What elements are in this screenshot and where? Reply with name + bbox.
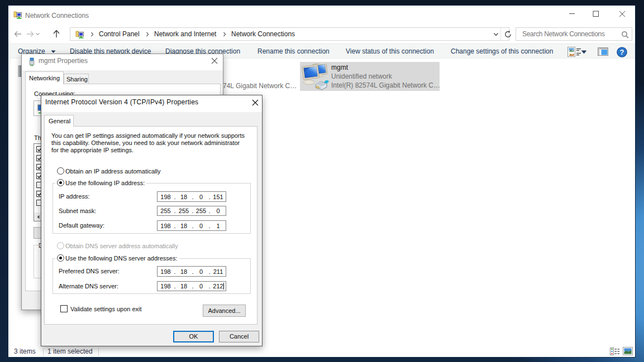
svg-text:?: ? [620, 48, 624, 56]
